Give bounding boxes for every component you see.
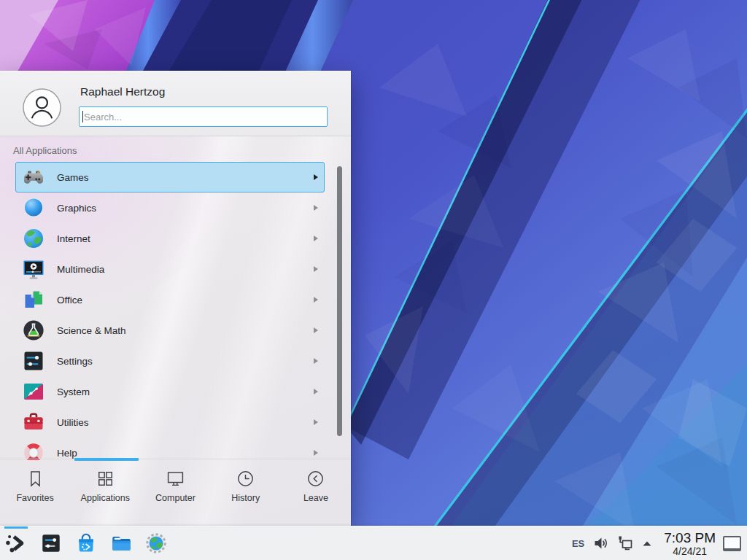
chevron-right-icon [314,174,318,180]
category-label: Utilities [57,417,89,428]
multimedia-monitor-icon [22,257,45,281]
text-caret [82,111,83,122]
launcher-header: Raphael Hertzog [0,71,351,136]
section-label: All Applications [13,145,77,156]
office-documents-icon [22,288,45,311]
help-lifebuoy-icon [22,441,45,460]
chevron-right-icon [314,389,318,394]
keyboard-layout-indicator[interactable]: ES [572,538,584,549]
clock-icon [236,469,255,489]
user-icon [23,88,61,127]
clock-time: 7:03 PM [664,531,716,545]
tab-label: Leave [303,493,328,503]
tab-label: Computer [155,493,196,503]
tab-applications[interactable]: Applications [70,459,140,526]
monitor-icon [166,469,185,489]
category-item-utilities[interactable]: Utilities [15,407,325,438]
category-label: Games [57,172,89,183]
tab-leave[interactable]: Leave [281,459,351,526]
globe-gear-icon [145,532,167,554]
category-item-help[interactable]: Help [15,438,325,460]
chevron-right-icon [314,266,318,272]
scrollbar-thumb[interactable] [337,166,342,436]
category-item-settings[interactable]: Settings [15,346,325,376]
taskbar-file-manager-button[interactable] [109,532,133,555]
discover-bag-icon [75,532,97,554]
graphics-sphere-icon [22,196,45,219]
chevron-right-icon [314,358,318,364]
taskbar: ES 7:03 PM 4/24/21 [0,526,747,560]
tab-label: Favorites [16,493,53,503]
search-input[interactable] [79,106,328,127]
globe-icon [22,227,45,250]
category-list: GamesGraphicsInternetMultimediaOfficeSci… [0,162,351,460]
taskbar-system-settings-button[interactable] [39,532,63,555]
footer-tabs: FavoritesApplicationsComputerHistoryLeav… [0,459,351,526]
desktop: Raphael Hertzog All Applications GamesGr… [0,0,747,560]
tab-label: Applications [81,493,130,503]
show-desktop-button[interactable] [723,536,741,551]
folder-icon [110,532,132,554]
volume-icon[interactable] [593,535,609,551]
expand-tray-icon[interactable] [641,535,653,551]
chevron-right-icon [314,327,318,333]
system-settings-icon [40,532,62,554]
taskbar-application-launcher-button[interactable] [4,532,28,555]
taskbar-discover-button[interactable] [74,532,98,555]
category-label: System [57,386,90,397]
category-label: Settings [57,356,93,367]
user-avatar[interactable] [23,88,61,127]
taskbar-web-browser-button[interactable] [144,532,168,555]
chevron-right-icon [314,205,318,211]
category-item-system[interactable]: System [15,376,325,407]
category-item-games[interactable]: Games [15,162,325,192]
category-label: Internet [57,233,90,244]
user-name: Raphael Hertzog [80,85,165,98]
chevron-right-icon [314,297,318,303]
category-label: Multimedia [57,264,104,275]
wired-network-icon[interactable] [617,535,633,551]
category-label: Office [57,295,82,306]
chevron-right-icon [314,450,318,456]
chevron-right-icon [314,419,318,425]
category-item-graphics[interactable]: Graphics [15,192,325,223]
category-label: Graphics [57,203,96,214]
clock[interactable]: 7:03 PM 4/24/21 [664,531,716,556]
kde-launcher-icon [5,532,27,554]
category-item-science-math[interactable]: Science & Math [15,315,325,346]
taskbar-pinned-apps [4,526,168,560]
tab-history[interactable]: History [211,459,281,526]
application-launcher-menu: Raphael Hertzog All Applications GamesGr… [0,71,351,526]
tab-label: History [231,493,260,503]
system-sliders-icon [22,380,45,403]
gamepad-icon [22,166,45,189]
tab-favorites[interactable]: Favorites [0,459,70,526]
bookmark-icon [26,469,45,489]
clock-date: 4/24/21 [664,546,716,556]
launcher-footer: FavoritesApplicationsComputerHistoryLeav… [0,459,351,526]
category-item-internet[interactable]: Internet [15,223,325,254]
tab-computer[interactable]: Computer [140,459,210,526]
grid-icon [96,469,115,489]
system-tray: ES 7:03 PM 4/24/21 [572,526,747,560]
chevron-right-icon [314,236,318,241]
utilities-toolbox-icon [22,411,45,434]
search-field [79,106,328,127]
category-item-multimedia[interactable]: Multimedia [15,254,325,284]
active-tab-indicator [74,458,139,461]
settings-sliders-icon [22,349,45,373]
category-label: Help [57,448,77,459]
category-label: Science & Math [57,325,126,336]
science-flask-icon [22,319,45,342]
category-item-office[interactable]: Office [15,284,325,315]
leave-icon [306,469,325,489]
